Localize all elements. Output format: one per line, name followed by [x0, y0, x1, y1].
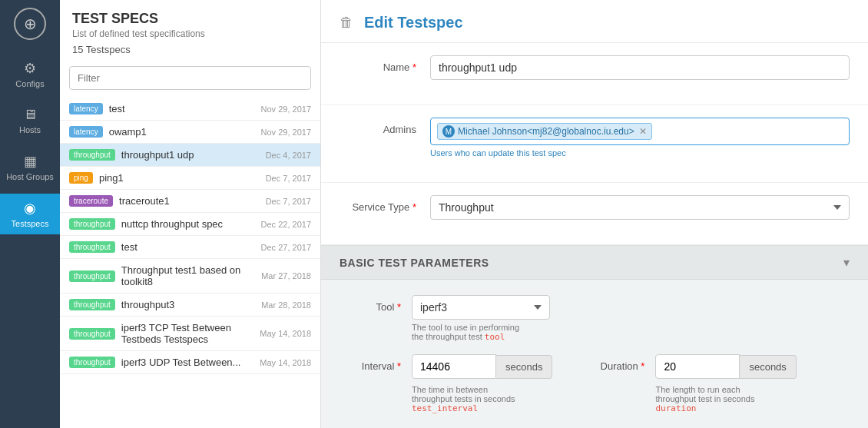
item-badge: ping	[69, 172, 93, 184]
admins-box[interactable]: M Michael Johnson <mj82@globalnoc.iu.edu…	[430, 118, 850, 145]
admin-tag: M Michael Johnson <mj82@globalnoc.iu.edu…	[437, 123, 652, 140]
duration-fields: seconds	[655, 354, 796, 379]
params-body: Tool * iperf3 iperf nuttcp The tool to u…	[321, 280, 868, 428]
list-item[interactable]: latency test Nov 29, 2017	[60, 98, 320, 121]
interval-input[interactable]	[412, 354, 496, 379]
duration-label: Duration *	[583, 354, 644, 372]
sidebar-item-label-configs: Configs	[15, 79, 44, 88]
interval-duration-row: Interval * seconds The time in between t…	[340, 354, 850, 413]
collapse-icon[interactable]: ▾	[843, 255, 850, 270]
item-date: Dec 22, 2017	[261, 220, 311, 229]
main-panel: 🗑 Edit Testspec Name * Admins M Michael …	[321, 0, 868, 428]
item-name: traceroute1	[119, 195, 261, 207]
item-date: Mar 27, 2018	[261, 271, 311, 280]
sidebar-item-label-hosts: Hosts	[19, 125, 41, 134]
item-name: test	[121, 241, 257, 253]
name-input[interactable]	[430, 55, 850, 80]
item-name: iperf3 TCP Test Between Testbeds Testspe…	[121, 322, 256, 345]
duration-group: Duration * seconds The length to run eac…	[583, 354, 796, 413]
item-badge: traceroute	[69, 195, 113, 207]
list-item[interactable]: latency owamp1 Nov 29, 2017	[60, 121, 320, 144]
name-label: Name *	[340, 55, 416, 73]
admins-help-text: Users who can update this test spec	[430, 148, 850, 158]
item-badge: throughput	[69, 299, 115, 310]
list-panel: TEST SPECS List of defined test specific…	[60, 0, 321, 428]
list-item[interactable]: throughput iperf3 TCP Test Between Testb…	[60, 317, 320, 351]
item-badge: throughput	[69, 357, 115, 368]
admins-label: Admins	[340, 118, 416, 135]
tool-row: Tool * iperf3 iperf nuttcp The tool to u…	[340, 295, 850, 342]
item-badge: throughput	[69, 270, 115, 282]
list-item[interactable]: throughput Throughput test1 based on too…	[60, 259, 320, 294]
item-date: May 14, 2018	[260, 329, 311, 338]
basic-params-section: BASIC TEST PARAMETERS ▾ Tool * iperf3 ip…	[321, 245, 868, 428]
edit-header: 🗑 Edit Testspec	[321, 0, 868, 43]
admin-remove-button[interactable]: ✕	[639, 126, 647, 137]
edit-title: Edit Testspec	[364, 14, 463, 32]
item-badge: throughput	[69, 241, 115, 253]
filter-input[interactable]	[69, 66, 311, 90]
duration-row: Duration * seconds	[583, 354, 796, 379]
item-badge: latency	[69, 103, 103, 114]
sidebar-item-hosts[interactable]: 🖥 Hosts	[0, 101, 60, 141]
list-item[interactable]: traceroute traceroute1 Dec 7, 2017	[60, 190, 320, 213]
service-type-section: Service Type * Throughput Latency Ping T…	[321, 183, 868, 245]
list-item[interactable]: ping ping1 Dec 7, 2017	[60, 167, 320, 190]
name-section: Name *	[321, 43, 868, 105]
list-header: TEST SPECS List of defined test specific…	[60, 0, 320, 58]
item-name: iperf3 UDP Test Between...	[121, 357, 256, 368]
sidebar-item-testspecs[interactable]: ◉ Testspecs	[0, 194, 60, 234]
interval-help-wrap: The time in between throughput tests in …	[340, 382, 552, 413]
name-row: Name *	[340, 55, 850, 80]
item-date: Dec 7, 2017	[266, 197, 311, 206]
testspecs-icon: ◉	[24, 200, 36, 217]
list-items: latency test Nov 29, 2017 latency owamp1…	[60, 98, 320, 428]
tool-label: Tool *	[340, 295, 401, 313]
interval-help-link: test_interval	[412, 403, 478, 413]
tool-field-group: iperf3 iperf nuttcp The tool to use in p…	[412, 295, 550, 342]
item-date: Mar 28, 2018	[261, 300, 311, 310]
service-type-select[interactable]: Throughput Latency Ping Traceroute	[430, 195, 850, 220]
interval-fields: seconds	[412, 354, 552, 379]
list-item[interactable]: throughput throughput3 Mar 28, 2018	[60, 294, 320, 317]
item-date: Dec 27, 2017	[261, 243, 311, 252]
list-item[interactable]: throughput throughput1 udp Dec 4, 2017	[60, 144, 320, 167]
item-badge: latency	[69, 126, 103, 138]
item-date: Dec 7, 2017	[266, 174, 311, 183]
sidebar-item-configs[interactable]: ⚙ Configs	[0, 54, 60, 95]
item-badge: throughput	[69, 149, 115, 161]
list-count: 15 Testspecs	[72, 44, 308, 55]
duration-help-wrap: The length to run each throughput test i…	[583, 382, 796, 413]
item-name: owamp1	[109, 126, 257, 138]
item-name: throughput1 udp	[121, 149, 261, 161]
configs-icon: ⚙	[24, 60, 36, 77]
sidebar-item-label-testspecs: Testspecs	[12, 219, 49, 228]
item-name: test	[109, 103, 257, 114]
list-item[interactable]: throughput nuttcp throughput spec Dec 22…	[60, 213, 320, 236]
trash-icon[interactable]: 🗑	[340, 15, 353, 31]
service-type-label: Service Type *	[340, 195, 416, 213]
interval-label: Interval *	[340, 354, 401, 372]
host-groups-icon: ▦	[24, 153, 37, 170]
item-date: May 14, 2018	[260, 358, 311, 367]
admin-name: Michael Johnson	[458, 126, 527, 137]
admin-avatar-icon: M	[442, 125, 455, 138]
admins-section: Admins M Michael Johnson <mj82@globalnoc…	[321, 105, 868, 183]
duration-input[interactable]	[655, 354, 740, 379]
service-type-field-wrap: Throughput Latency Ping Traceroute	[430, 195, 850, 220]
tool-select[interactable]: iperf3 iperf nuttcp	[412, 295, 550, 320]
interval-help: The time in between throughput tests in …	[412, 385, 552, 413]
tool-help: The tool to use in performing the throug…	[412, 323, 550, 342]
admin-email-text: <mj82@globalnoc.iu.edu>	[527, 126, 634, 137]
item-name: nuttcp throughput spec	[121, 218, 257, 230]
item-name: Throughput test1 based on toolkit8	[121, 264, 257, 287]
params-title: BASIC TEST PARAMETERS	[340, 257, 489, 269]
sidebar-item-host-groups[interactable]: ▦ Host Groups	[0, 147, 60, 187]
list-item[interactable]: throughput test Dec 27, 2017	[60, 236, 320, 259]
params-header: BASIC TEST PARAMETERS ▾	[321, 246, 868, 280]
item-badge: throughput	[69, 218, 115, 230]
duration-unit: seconds	[740, 355, 796, 379]
sidebar-item-label-host-groups: Host Groups	[6, 172, 54, 181]
list-item[interactable]: throughput iperf3 UDP Test Between... Ma…	[60, 351, 320, 374]
admins-row: Admins M Michael Johnson <mj82@globalnoc…	[340, 118, 850, 158]
